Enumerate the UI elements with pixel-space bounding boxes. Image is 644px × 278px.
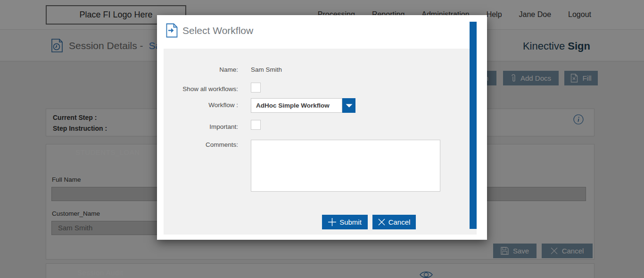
x-icon bbox=[378, 219, 385, 226]
workflow-label: Workflow : bbox=[164, 101, 238, 109]
plus-icon bbox=[328, 218, 336, 226]
comments-label: Comments: bbox=[164, 141, 238, 148]
show-all-workflows-checkbox[interactable] bbox=[251, 83, 261, 93]
modal-scrollbar[interactable] bbox=[470, 22, 477, 229]
name-value: Sam Smith bbox=[251, 66, 282, 73]
modal-title: Select Workflow bbox=[182, 25, 253, 36]
submit-button-label: Submit bbox=[339, 218, 362, 226]
workflow-select[interactable]: AdHoc Simple Workflow bbox=[251, 98, 342, 113]
modal-cancel-button[interactable]: Cancel bbox=[372, 215, 416, 229]
page: Place FI Logo Here Processing Reporting … bbox=[0, 0, 644, 278]
name-label: Name: bbox=[164, 66, 238, 73]
show-all-workflows-label: Show all workflows: bbox=[164, 85, 238, 93]
cancel-button-label: Cancel bbox=[388, 218, 411, 226]
important-label: Important: bbox=[164, 123, 238, 130]
comments-textarea[interactable] bbox=[251, 140, 440, 192]
document-arrow-icon bbox=[166, 23, 178, 38]
modal-body: Name: Sam Smith Show all workflows: Work… bbox=[164, 49, 477, 235]
chevron-down-icon bbox=[346, 104, 353, 108]
select-workflow-modal: Select Workflow Name: Sam Smith Show all… bbox=[157, 15, 487, 240]
submit-button[interactable]: Submit bbox=[322, 215, 368, 229]
important-checkbox[interactable] bbox=[251, 120, 261, 130]
workflow-select-dropdown-button[interactable] bbox=[342, 98, 355, 113]
